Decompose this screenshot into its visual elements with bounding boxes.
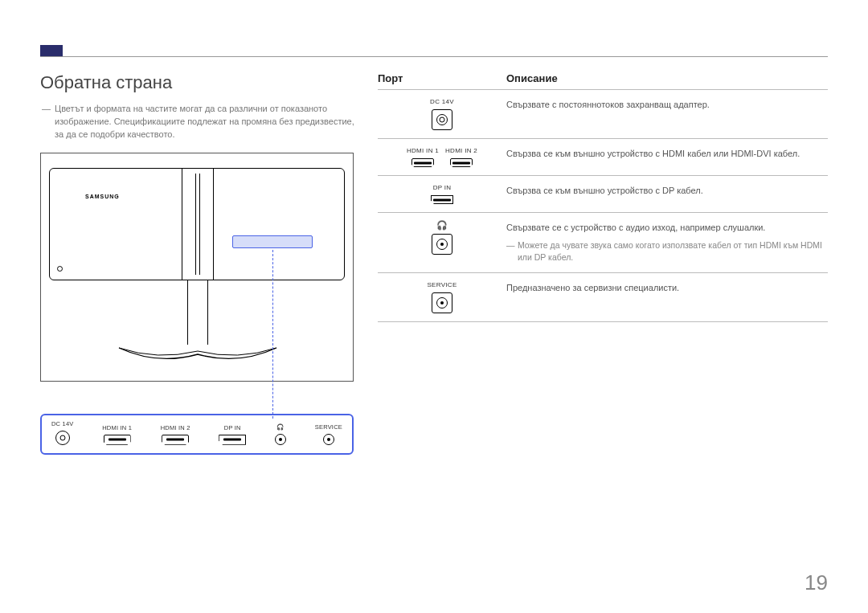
port-hdmi1: HDMI IN 1	[102, 424, 132, 445]
port-label: DP IN	[219, 424, 246, 431]
table-header: Порт Описание	[378, 72, 828, 89]
port-service: SERVICE	[315, 423, 342, 445]
port-dp: DP IN	[219, 424, 246, 445]
row-desc: Свързвате с постояннотоков захранващ ада…	[506, 98, 828, 112]
row-desc: Предназначено за сервизни специалисти.	[506, 281, 828, 295]
monitor-rear-illustration: SAMSUNG	[40, 153, 354, 382]
dc-jack-icon	[432, 109, 452, 130]
dc-jack-icon	[55, 431, 70, 445]
hdmi-icon	[104, 435, 131, 445]
monitor-stand-top	[182, 168, 214, 280]
port-label: SERVICE	[315, 423, 342, 431]
right-column: Порт Описание DC 14V Свързвате с постоян…	[362, 72, 828, 455]
top-rule	[40, 56, 828, 57]
col-port-header: Порт	[378, 72, 506, 84]
col-desc-header: Описание	[506, 72, 828, 84]
page-content: Обратна страна Цветът и формата на части…	[40, 72, 828, 455]
hdmi-icon	[450, 158, 473, 167]
audio-jack-icon	[275, 434, 286, 445]
monitor-button-icon	[57, 266, 63, 272]
port-label: HDMI IN 1	[102, 424, 132, 431]
row-port-label: DC 14V	[378, 98, 506, 105]
row-port-label: SERVICE	[378, 281, 506, 288]
left-column: Обратна страна Цветът и формата на части…	[40, 72, 362, 455]
port-label: HDMI IN 2	[161, 424, 190, 431]
row-desc: Свързва се към външно устройство с DP ка…	[506, 184, 828, 198]
service-jack-icon	[323, 434, 334, 445]
audio-jack-icon	[432, 234, 452, 255]
table-row: HDMI IN 1 HDMI IN 2 Свързва се към външн…	[378, 138, 828, 175]
monitor-stand-neck	[187, 280, 208, 345]
disclaimer-note: Цветът и формата на частите могат да са …	[40, 103, 362, 141]
row-port-label: DP IN	[378, 184, 506, 191]
enlarged-port-panel: DC 14V HDMI IN 1 HDMI IN 2 DP IN 🎧 SERVI…	[40, 414, 354, 455]
dp-icon	[431, 195, 453, 204]
monitor-brand-label: SAMSUNG	[85, 194, 120, 199]
port-label: DC 14V	[51, 420, 73, 427]
monitor-foot	[117, 343, 278, 367]
page-number: 19	[805, 570, 828, 595]
row-desc: Свързва се към външно устройство с HDMI …	[506, 147, 828, 161]
row-desc: Свързвате се с устройство с аудио изход,…	[506, 223, 765, 232]
headphone-icon: 🎧	[378, 221, 506, 230]
callout-dashed-line	[272, 250, 273, 419]
dp-icon	[219, 435, 246, 445]
port-highlight-box	[232, 235, 313, 248]
table-row: SERVICE Предназначено за сервизни специа…	[378, 272, 828, 322]
table-row: 🎧 Свързвате се с устройство с аудио изхо…	[378, 212, 828, 272]
service-jack-icon	[432, 292, 452, 313]
table-row: DC 14V Свързвате с постояннотоков захран…	[378, 89, 828, 138]
port-dc: DC 14V	[51, 420, 73, 445]
headphone-icon: 🎧	[275, 424, 286, 431]
table-row: DP IN Свързва се към външно устройство с…	[378, 175, 828, 212]
accent-bar	[40, 45, 63, 56]
row-subnote: Можете да чувате звука само когато изпол…	[506, 239, 828, 265]
port-headphone: 🎧	[275, 424, 286, 445]
hdmi-icon	[162, 435, 189, 445]
row-port-label: HDMI IN 1	[407, 147, 439, 154]
row-port-label: HDMI IN 2	[445, 147, 477, 154]
page-title: Обратна страна	[40, 72, 362, 93]
hdmi-icon	[411, 158, 434, 167]
port-hdmi2: HDMI IN 2	[161, 424, 190, 445]
